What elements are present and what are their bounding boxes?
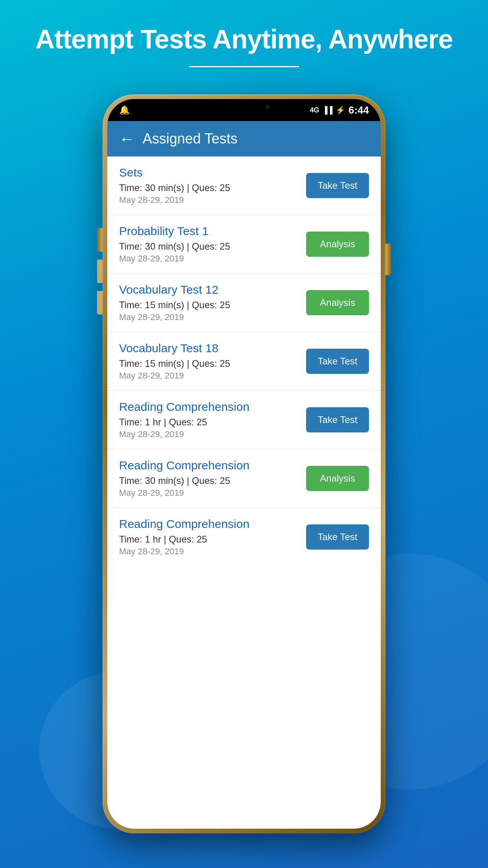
take-test-button[interactable]: Take Test	[306, 349, 369, 374]
take-test-button[interactable]: Take Test	[306, 524, 369, 550]
test-date: May 28-29, 2019	[119, 254, 298, 264]
page-title: Attempt Tests Anytime, Anywhere	[31, 24, 457, 54]
phone-mockup: 🔔 4G ▐▐ ⚡ 6:44 ← Assigned Tests	[103, 94, 385, 833]
test-date: May 28-29, 2019	[119, 312, 298, 322]
analysis-button[interactable]: Analysis	[306, 290, 369, 315]
phone-inner: 🔔 4G ▐▐ ⚡ 6:44 ← Assigned Tests	[107, 99, 381, 829]
status-bar: 🔔 4G ▐▐ ⚡ 6:44	[107, 99, 381, 121]
analysis-button[interactable]: Analysis	[306, 232, 369, 257]
test-name: Reading Comprehension	[119, 459, 298, 472]
take-test-button[interactable]: Take Test	[306, 173, 369, 198]
test-info: Reading ComprehensionTime: 1 hr | Ques: …	[119, 400, 306, 440]
battery-icon: ⚡	[336, 105, 345, 115]
status-bar-left: 🔔	[119, 105, 130, 115]
test-name: Sets	[119, 166, 298, 179]
test-details: Time: 30 min(s) | Ques: 25	[119, 475, 298, 486]
test-item: Reading ComprehensionTime: 1 hr | Ques: …	[107, 508, 381, 566]
divider	[189, 66, 299, 67]
status-time: 6:44	[349, 104, 369, 116]
analysis-button[interactable]: Analysis	[306, 466, 369, 491]
test-item: Probability Test 1Time: 30 min(s) | Ques…	[107, 215, 381, 274]
test-item: Reading ComprehensionTime: 30 min(s) | Q…	[107, 449, 381, 508]
notch	[209, 99, 279, 115]
status-bar-right: 4G ▐▐ ⚡ 6:44	[310, 104, 369, 116]
test-item: Vocabulary Test 12Time: 15 min(s) | Ques…	[107, 274, 381, 332]
page-header: Attempt Tests Anytime, Anywhere	[0, 0, 488, 79]
test-list: SetsTime: 30 min(s) | Ques: 25May 28-29,…	[107, 156, 381, 566]
test-name: Vocabulary Test 12	[119, 283, 298, 296]
back-button[interactable]: ←	[119, 130, 135, 148]
test-name: Reading Comprehension	[119, 517, 298, 531]
notification-icon: 🔔	[119, 105, 130, 115]
phone-screen: 🔔 4G ▐▐ ⚡ 6:44 ← Assigned Tests	[107, 99, 381, 829]
test-item: Reading ComprehensionTime: 1 hr | Ques: …	[107, 391, 381, 449]
test-item: SetsTime: 30 min(s) | Ques: 25May 28-29,…	[107, 156, 381, 215]
test-details: Time: 30 min(s) | Ques: 25	[119, 182, 298, 193]
test-details: Time: 15 min(s) | Ques: 25	[119, 300, 298, 311]
network-badge: 4G	[310, 106, 319, 114]
test-details: Time: 1 hr | Ques: 25	[119, 534, 298, 545]
test-date: May 28-29, 2019	[119, 371, 298, 381]
header-title: Assigned Tests	[143, 131, 237, 147]
app-header: ← Assigned Tests	[107, 121, 381, 156]
test-info: Reading ComprehensionTime: 30 min(s) | Q…	[119, 459, 306, 498]
test-date: May 28-29, 2019	[119, 546, 298, 557]
test-details: Time: 1 hr | Ques: 25	[119, 417, 298, 428]
test-name: Vocabulary Test 18	[119, 342, 298, 355]
test-details: Time: 30 min(s) | Ques: 25	[119, 241, 298, 252]
signal-icon: ▐▐	[322, 106, 332, 114]
test-name: Reading Comprehension	[119, 400, 298, 414]
camera-dot	[265, 105, 270, 109]
test-item: Vocabulary Test 18Time: 15 min(s) | Ques…	[107, 332, 381, 391]
test-info: Vocabulary Test 18Time: 15 min(s) | Ques…	[119, 342, 306, 381]
phone-outer-shell: 🔔 4G ▐▐ ⚡ 6:44 ← Assigned Tests	[103, 94, 385, 833]
test-info: Reading ComprehensionTime: 1 hr | Ques: …	[119, 517, 306, 557]
test-info: SetsTime: 30 min(s) | Ques: 25May 28-29,…	[119, 166, 306, 205]
test-name: Probability Test 1	[119, 224, 298, 238]
test-details: Time: 15 min(s) | Ques: 25	[119, 358, 298, 369]
take-test-button[interactable]: Take Test	[306, 407, 369, 432]
test-date: May 28-29, 2019	[119, 429, 298, 440]
test-date: May 28-29, 2019	[119, 488, 298, 498]
test-info: Probability Test 1Time: 30 min(s) | Ques…	[119, 224, 306, 264]
test-info: Vocabulary Test 12Time: 15 min(s) | Ques…	[119, 283, 306, 322]
test-date: May 28-29, 2019	[119, 195, 298, 205]
content-area: SetsTime: 30 min(s) | Ques: 25May 28-29,…	[107, 156, 381, 829]
